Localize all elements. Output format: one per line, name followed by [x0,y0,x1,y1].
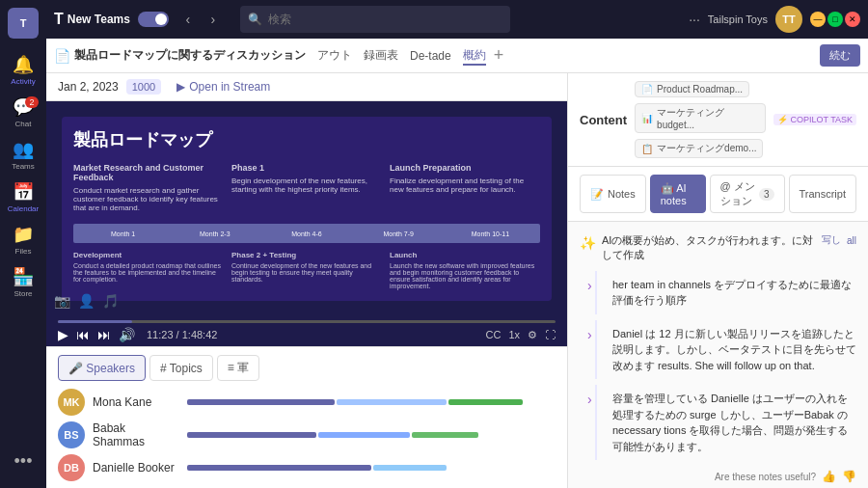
sidebar-item-chat[interactable]: 💬 Chat 2 [4,93,42,131]
slide-row-header-2: Phase 2 + Testing [231,251,382,259]
file-name-3: マーケティングdemo... [657,142,756,155]
tab-nav-out[interactable]: アウト [317,45,352,66]
speaker-row-1: MK Mona Kane [58,389,556,416]
notes-content: ✨ AIの概要が始め、タスクが行われます。に対して作成 写し all her t… [568,222,868,488]
slide-col-3: Launch Preparation Finalize development … [390,163,540,212]
sidebar-item-more[interactable]: ••• [4,442,42,480]
search-icon: 🔍 [248,13,262,26]
sidebar-item-store[interactable]: 🏪 Store [4,262,42,301]
sidebar: T 🔔 Activity 💬 Chat 2 👥 Teams 📅 Calendar… [0,0,46,488]
speakers-tab[interactable]: 🎤 Speakers [58,355,146,381]
slide-row-text-2: Continue development of the new features… [231,262,382,283]
speaker-bars-2 [187,432,556,438]
nav-back-button[interactable]: ‹ [176,8,200,31]
teams-logo-icon: T [54,11,64,28]
copy-button[interactable]: 写し [822,233,841,247]
controls-row: ▶ ⏮ ⏭ 🔊 11:23 / 1:48:42 CC 1x ⚙ ⛶ [58,327,556,342]
search-box[interactable]: 🔍 検索 [240,6,510,33]
slide-col-text-2: Begin development of the new features, s… [231,176,382,194]
maximize-button[interactable]: □ [827,12,843,27]
ai-section: ✨ AIの概要が始め、タスクが行われます。に対して作成 写し all her t… [580,233,856,487]
cc-button[interactable]: CC [485,329,501,340]
tab-nav-summary[interactable]: 概約 [463,45,486,66]
content-file-1[interactable]: 📄 Product Roadmap... [635,81,749,97]
person-icon[interactable]: 👤 [78,293,95,309]
bullet-text-2: Daniel は 12 月に新しい製品リリースを追跡したと説明します。しかし、ベ… [612,328,856,371]
useful-notes-row: Are these notes useful? 👍 👎 [580,466,856,487]
bullet-item-1[interactable]: her team in channels をデプロイするために最適な評価を行う順… [595,271,856,314]
speaker-list: MK Mona Kane BS Babak Shammas [58,389,556,481]
tab-nav-recording[interactable]: 録画表 [364,45,398,66]
tab-nav: アウト 録画表 De-tade 概約 [317,45,486,66]
speaker-avatar-2: BS [58,421,85,448]
file-icon-2: 📊 [641,113,653,123]
slide-row-header-3: Launch [390,251,540,259]
content-files: 📄 Product Roadmap... 📊 マーケティングbudget... … [635,81,766,158]
notes-icon: 📝 [590,188,604,201]
new-teams-toggle[interactable] [138,12,169,27]
nav-forward-button[interactable]: › [202,8,225,31]
settings-icon[interactable]: ⚙ [528,329,537,341]
tab-title: 製品ロードマップに関するディスカッション [74,47,306,64]
volume-button[interactable]: 🔊 [119,327,135,342]
content-area: Jan 2, 2023 1000 ▶ Open in Stream 製品ロードマ… [46,73,868,488]
mentions-label: @ メンション [720,179,755,208]
thumbs-up-notes[interactable]: 👍 [822,470,836,483]
speaker-bar-1c [448,399,522,405]
stream-label: Open in Stream [189,80,270,94]
thumbs-down-notes[interactable]: 👎 [842,470,856,483]
speaker-row-3: DB Danielle Booker [58,454,556,481]
sidebar-label-chat: Chat [15,120,32,128]
slide-title: 製品ロードマップ [73,128,540,151]
sidebar-item-activity[interactable]: 🔔 Activity [4,50,42,89]
tab-ai-notes[interactable]: 🤖 AI notes [650,175,706,213]
user-avatar[interactable]: TT [775,6,802,33]
slide-row-text-3: Launch the new software with improved fe… [390,262,540,289]
bullet-item-3[interactable]: 容量を管理している Danielle はユーザーの入れを処理するための surg… [595,385,856,460]
tab-add-button[interactable]: + [494,45,504,66]
topics-tab[interactable]: # Topics [149,355,213,381]
close-button[interactable]: ✕ [845,12,860,27]
rewind-button[interactable]: ⏮ [76,327,90,342]
tab-right: 続む [820,44,860,67]
sidebar-item-calendar[interactable]: 📅 Calendar [4,177,42,216]
content-file-2[interactable]: 📊 マーケティングbudget... [635,103,766,133]
speaker-bar-3a [187,465,371,471]
slide-col-header-1: Market Research and Customer Feedback [73,163,224,182]
content-file-3[interactable]: 📋 マーケティングdemo... [635,139,763,158]
slide-col-header-2: Phase 1 [231,163,382,173]
ai-sparkle-icon: ✨ [580,235,596,251]
stream-icon: ▶ [176,80,185,94]
fast-forward-button[interactable]: ⏭ [97,327,111,342]
search-input[interactable]: 検索 [268,13,502,26]
speaker-name-1: Mona Kane [93,395,179,409]
file-icon-1: 📄 [641,84,653,95]
topbar-more-icon[interactable]: ··· [689,12,700,27]
fullscreen-button[interactable]: ⛶ [545,329,556,340]
meet-button[interactable]: 続む [820,44,860,67]
army-tab[interactable]: ≡ 軍 [217,355,259,381]
open-stream-button[interactable]: ▶ Open in Stream [176,80,270,94]
bullet-item-2[interactable]: Daniel は 12 月に新しい製品リリースを追跡したと説明します。しかし、ベ… [595,320,856,380]
tab-nav-detade[interactable]: De-tade [410,47,451,65]
tab-mentions[interactable]: @ メンション 3 [710,175,785,213]
tab-notes[interactable]: 📝 Notes [580,175,646,213]
camera-icon[interactable]: 📷 [54,293,70,309]
sidebar-item-teams[interactable]: 👥 Teams [4,135,42,174]
all-button[interactable]: all [847,235,856,246]
teams-icon: 👥 [13,139,34,160]
main-area: T New Teams ‹ › 🔍 検索 ··· Tailspin Toys T… [46,0,868,488]
progress-bar[interactable] [58,320,556,323]
tab-transcript[interactable]: Transcript [789,175,857,213]
play-button[interactable]: ▶ [58,327,68,342]
mic-icon[interactable]: 🎵 [102,293,119,309]
sidebar-item-files[interactable]: 📁 Files [4,220,42,258]
user-initials: TT [782,14,795,25]
tabbar: 📄 製品ロードマップに関するディスカッション アウト 録画表 De-tade 概… [46,39,868,73]
file-icon-3: 📋 [641,144,653,154]
ai-header: ✨ AIの概要が始め、タスクが行われます。に対して作成 写し all [580,233,856,263]
org-name: Tailspin Toys [708,14,768,25]
minimize-button[interactable]: — [810,12,826,27]
file-name-1: Product Roadmap... [657,84,743,95]
speed-button[interactable]: 1x [508,329,520,340]
